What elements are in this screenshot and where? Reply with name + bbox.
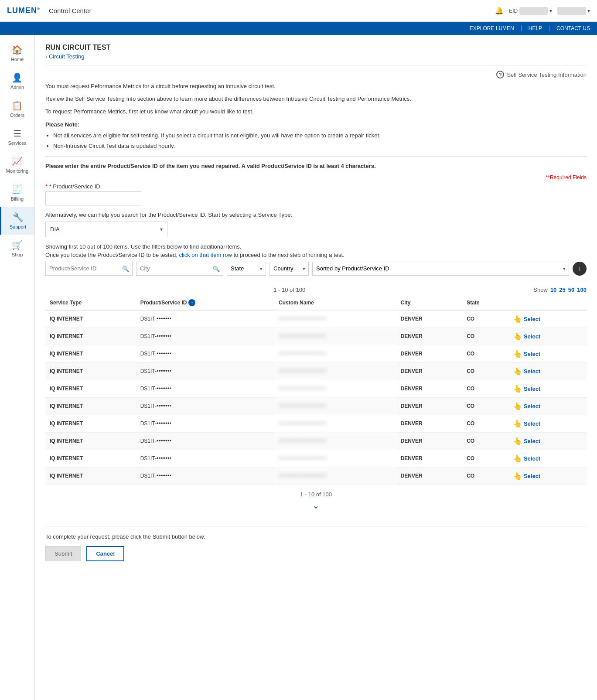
services-icon: ☰ <box>14 128 21 139</box>
state-filter-select[interactable]: State <box>227 262 266 276</box>
breadcrumb[interactable]: Circuit Testing <box>45 53 587 60</box>
select-button[interactable]: 👆 Select <box>513 315 540 323</box>
select-cell[interactable]: 👆 Select <box>509 450 587 467</box>
custom-name-cell: •••••••••••••••••••••••••• <box>274 397 396 415</box>
country-filter-wrap: Country <box>270 262 309 276</box>
table-row[interactable]: IQ INTERNET DS1IT-•••••••• •••••••••••••… <box>45 362 587 380</box>
custom-name-cell: •••••••••••••••••••••••••• <box>274 310 396 328</box>
select-cell[interactable]: 👆 Select <box>509 380 587 397</box>
select-cell[interactable]: 👆 Select <box>509 467 587 485</box>
product-id-cell: DS1IT-•••••••• <box>136 467 274 485</box>
service-type-cell: IQ INTERNET <box>45 397 136 415</box>
select-button[interactable]: 👆 Select <box>513 332 540 341</box>
contact-us-link[interactable]: CONTACT US <box>556 25 590 31</box>
product-id-cell: DS1IT-•••••••• <box>136 432 274 450</box>
table-row[interactable]: IQ INTERNET DS1IT-•••••••• •••••••••••••… <box>45 328 587 345</box>
table-row[interactable]: IQ INTERNET DS1IT-•••••••• •••••••••••••… <box>45 310 587 328</box>
city-cell: DENVER <box>396 328 462 345</box>
state-cell: CO <box>462 450 509 467</box>
cancel-button[interactable]: Cancel <box>86 546 124 561</box>
service-type-dropdown[interactable]: DIA ▾ <box>45 222 167 237</box>
select-cell[interactable]: 👆 Select <box>509 328 587 345</box>
custom-name-cell: •••••••••••••••••••••••••• <box>274 362 396 380</box>
table-row[interactable]: IQ INTERNET DS1IT-•••••••• •••••••••••••… <box>45 450 587 467</box>
sidebar-item-billing[interactable]: 🧾 Billing <box>0 179 34 207</box>
eid-chevron-icon[interactable]: ▾ <box>549 8 552 14</box>
table-row[interactable]: IQ INTERNET DS1IT-•••••••• •••••••••••••… <box>45 432 587 450</box>
sidebar-item-monitoring-label: Monitoring <box>6 168 28 174</box>
select-button[interactable]: 👆 Select <box>513 454 540 463</box>
sort-direction-button[interactable]: ↑ <box>573 262 587 276</box>
submit-button[interactable]: Submit <box>45 546 81 561</box>
country-filter-select[interactable]: Country <box>270 262 309 276</box>
table-row[interactable]: IQ INTERNET DS1IT-•••••••• •••••••••••••… <box>45 345 587 362</box>
sidebar-item-support[interactable]: 🔧 Support <box>0 207 34 235</box>
pagination-showing: 1 - 10 of 100 <box>273 287 305 293</box>
shop-icon: 🛒 <box>12 240 23 250</box>
table-body: IQ INTERNET DS1IT-•••••••• •••••••••••••… <box>45 310 587 485</box>
city-cell: DENVER <box>396 467 462 485</box>
select-cell[interactable]: 👆 Select <box>509 397 587 415</box>
product-id-cell: DS1IT-•••••••• <box>136 415 274 432</box>
select-cell[interactable]: 👆 Select <box>509 362 587 380</box>
load-more-button[interactable]: ⌄ <box>45 500 587 511</box>
self-service-info-link[interactable]: ? Self Service Testing Information <box>45 71 587 79</box>
service-type-cell: IQ INTERNET <box>45 380 136 397</box>
hand-icon: 👆 <box>513 385 522 393</box>
select-button[interactable]: 👆 Select <box>513 420 540 428</box>
app-title: Control Center <box>49 7 495 14</box>
help-link[interactable]: HELP <box>529 25 549 31</box>
show-25-link[interactable]: 25 <box>559 287 565 293</box>
select-label: Select <box>524 473 540 479</box>
top-navigation: LUMEN® Control Center 🔔 EID •••••• ▾ •••… <box>0 0 597 22</box>
hand-icon: 👆 <box>513 454 522 463</box>
sidebar-item-services-label: Services <box>8 140 26 146</box>
product-id-input[interactable] <box>45 191 141 205</box>
monitoring-icon: 📈 <box>12 156 23 167</box>
eid-value: •••••• <box>519 7 548 15</box>
select-button[interactable]: 👆 Select <box>513 437 540 445</box>
main-layout: 🏠 Home 👤 Admin 📋 Orders ☰ Services 📈 Mon… <box>0 35 597 700</box>
table-row[interactable]: IQ INTERNET DS1IT-•••••••• •••••••••••••… <box>45 467 587 485</box>
notification-bell-icon[interactable]: 🔔 <box>495 7 504 15</box>
product-id-filter-input[interactable] <box>45 262 133 276</box>
sidebar-item-orders[interactable]: 📋 Orders <box>0 95 34 123</box>
select-cell[interactable]: 👆 Select <box>509 415 587 432</box>
explore-lumen-link[interactable]: EXPLORE LUMEN <box>470 25 522 31</box>
sidebar-item-shop[interactable]: 🛒 Shop <box>0 235 34 263</box>
hand-icon: 👆 <box>513 367 522 376</box>
custom-name-cell: •••••••••••••••••••••••••• <box>274 432 396 450</box>
sidebar-item-services[interactable]: ☰ Services <box>0 123 34 151</box>
select-button[interactable]: 👆 Select <box>513 385 540 393</box>
select-button[interactable]: 👆 Select <box>513 367 540 376</box>
click-link[interactable]: click on that item row <box>179 252 232 258</box>
city-filter-input[interactable] <box>136 262 223 276</box>
account-block: •••••• ▾ <box>557 8 590 14</box>
select-cell[interactable]: 👆 Select <box>509 310 587 328</box>
account-chevron-icon[interactable]: ▾ <box>587 8 590 14</box>
sidebar-item-home[interactable]: 🏠 Home <box>0 39 34 67</box>
table-row[interactable]: IQ INTERNET DS1IT-•••••••• •••••••••••••… <box>45 415 587 432</box>
service-type-cell: IQ INTERNET <box>45 328 136 345</box>
table-row[interactable]: IQ INTERNET DS1IT-•••••••• •••••••••••••… <box>45 397 587 415</box>
sort-select-wrap: Sorted by Product/Service ID <box>312 262 569 276</box>
service-type-value: DIA <box>50 226 60 232</box>
select-button[interactable]: 👆 Select <box>513 350 540 358</box>
custom-name-cell: •••••••••••••••••••••••••• <box>274 328 396 345</box>
product-id-label-text: * Product/Service ID: <box>49 183 102 190</box>
table-row[interactable]: IQ INTERNET DS1IT-•••••••• •••••••••••••… <box>45 380 587 397</box>
select-button[interactable]: 👆 Select <box>513 472 540 480</box>
select-button[interactable]: 👆 Select <box>513 402 540 410</box>
show-label: Show <box>533 287 548 293</box>
th-service-type: Service Type <box>45 296 136 310</box>
sort-up-icon[interactable]: ↑ <box>188 299 195 306</box>
sidebar-item-monitoring[interactable]: 📈 Monitoring <box>0 151 34 179</box>
sidebar-item-admin[interactable]: 👤 Admin <box>0 67 34 95</box>
select-cell[interactable]: 👆 Select <box>509 345 587 362</box>
eid-label: EID <box>509 8 518 14</box>
show-100-link[interactable]: 100 <box>577 287 587 293</box>
show-50-link[interactable]: 50 <box>568 287 574 293</box>
select-cell[interactable]: 👆 Select <box>509 432 587 450</box>
sort-select[interactable]: Sorted by Product/Service ID <box>312 262 569 276</box>
show-10-link[interactable]: 10 <box>550 287 556 293</box>
